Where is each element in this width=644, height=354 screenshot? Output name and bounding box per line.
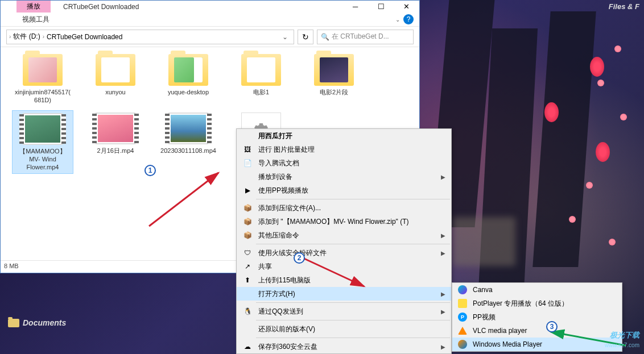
submenu-arrow-icon: ▶ (441, 344, 445, 350)
address-dropdown-icon[interactable]: ⌄ (279, 33, 291, 41)
documents-shortcut[interactable]: Documents (8, 318, 66, 327)
folder-icon (96, 54, 135, 86)
context-menu-item[interactable]: 📄导入腾讯文档 (237, 156, 451, 170)
context-menu-item[interactable]: ▶使用PP视频播放 (237, 184, 451, 197)
context-menu: 用西瓜打开🖼进行 图片批量处理📄导入腾讯文档播放到设备▶▶使用PP视频播放📦添加… (236, 128, 452, 354)
context-menu-item[interactable]: 📦其他压缩命令▶ (237, 228, 451, 242)
open-with-submenu: CanvaPotPlayer 专用播放（64 位版）PPP视频VLC media… (452, 282, 622, 352)
search-input[interactable]: 🔍 在 CRTubeGet D... (317, 30, 414, 44)
context-menu-label: 添加到 "【MAMAMOO】MV- Wind Flower.zip" (T) (258, 217, 445, 227)
context-menu-item[interactable]: 📦添加到 "【MAMAMOO】MV- Wind Flower.zip" (T) (237, 215, 451, 228)
file-item[interactable]: 202303011108.mp4 (158, 110, 219, 174)
blank-icon (242, 324, 253, 334)
ribbon-expand-icon[interactable]: ⌄ (395, 16, 400, 23)
context-menu-item[interactable]: 播放到设备▶ (237, 170, 451, 184)
file-item[interactable]: 2月16日.mp4 (85, 110, 146, 174)
ribbon-tab-video[interactable]: 视频工具 (16, 13, 55, 26)
115-icon: ⬆ (242, 275, 253, 285)
context-menu-item[interactable]: 🖼进行 图片批量处理 (237, 143, 451, 156)
submenu-item[interactable]: Windows Media Player (452, 338, 622, 351)
file-label: xunyou (105, 88, 125, 96)
context-menu-label: 上传到115电脑版 (258, 276, 445, 285)
pp-icon: ▶ (242, 185, 253, 195)
play-tab[interactable]: 播放 (16, 1, 51, 13)
file-label: 【MAMAMOO】MV- Wind Flower.mp4 (15, 147, 71, 172)
file-item[interactable]: xinjinjumin8745517(681D) (12, 52, 73, 107)
submenu-label: VLC media player (473, 327, 527, 335)
menu-separator (256, 199, 450, 199)
file-item[interactable]: 【MAMAMOO】MV- Wind Flower.mp4 (12, 110, 73, 174)
context-menu-label: 使用PP视频播放 (258, 186, 445, 195)
watermark-text: 极光下载 (610, 330, 639, 340)
submenu-item[interactable]: Canva (452, 283, 622, 297)
pp-app-icon: P (458, 313, 467, 322)
breadcrumb-folder[interactable]: CRTubeGet Downloaded (44, 33, 125, 41)
zip-icon: 📦 (242, 216, 253, 227)
maximize-button[interactable]: ☐ (368, 1, 394, 13)
context-menu-label: 播放到设备 (258, 172, 435, 182)
submenu-arrow-icon: ▶ (441, 291, 445, 297)
close-button[interactable]: ✕ (394, 1, 419, 13)
context-menu-item[interactable]: 打开方式(H)▶ (237, 287, 451, 301)
submenu-arrow-icon: ▶ (441, 174, 445, 180)
context-menu-label: 打开方式(H) (258, 289, 435, 299)
minimize-button[interactable]: ─ (342, 1, 368, 13)
menu-separator (256, 320, 450, 320)
file-label: 202303011108.mp4 (160, 147, 216, 155)
watermark-url: www.xz7.com (605, 342, 639, 348)
video-thumbnail (168, 113, 208, 144)
folder-icon (168, 54, 208, 86)
submenu-item[interactable]: VLC media player (452, 324, 622, 338)
context-menu-item[interactable]: 还原以前的版本(V) (237, 322, 451, 336)
file-item[interactable]: 电影1 (230, 52, 292, 107)
ribbon: 视频工具 ⌄ ? (1, 13, 419, 27)
context-menu-item[interactable]: 📦添加到压缩文件(A)... (237, 201, 451, 215)
desktop-header-text: Files & F (604, 0, 644, 16)
submenu-label: PotPlayer 专用播放（64 位版） (473, 299, 568, 309)
file-label: 电影2片段 (320, 88, 348, 96)
documents-label: Documents (23, 318, 66, 327)
submenu-label: Canva (473, 286, 493, 294)
context-menu-label: 使用火绒安全粉碎文件 (258, 248, 435, 258)
help-icon[interactable]: ? (403, 14, 414, 24)
blank-icon (242, 289, 253, 299)
breadcrumb-drive[interactable]: 软件 (D:) (11, 32, 42, 41)
360-icon: ☁ (242, 341, 253, 352)
blurred-region (453, 217, 515, 266)
context-menu-item[interactable]: ☁保存到360安全云盘▶ (237, 340, 451, 353)
submenu-label: PP视频 (473, 313, 496, 322)
context-menu-item[interactable]: 🛡使用火绒安全粉碎文件▶ (237, 246, 451, 260)
blank-icon (242, 172, 253, 182)
file-label: yuque-desktop (168, 88, 209, 96)
refresh-button[interactable]: ↻ (298, 30, 313, 44)
menu-separator (256, 244, 450, 244)
breadcrumb-bar[interactable]: › 软件 (D:) › CRTubeGet Downloaded ⌄ (6, 30, 294, 44)
context-menu-item[interactable]: 🐧通过QQ发送到▶ (237, 305, 451, 318)
search-placeholder: 在 CRTubeGet D... (332, 32, 389, 41)
window-title: CRTubeGet Downloaded (63, 3, 139, 11)
context-menu-label: 进行 图片批量处理 (258, 145, 445, 155)
submenu-item[interactable]: PotPlayer 专用播放（64 位版） (452, 297, 622, 310)
vlc-app-icon (458, 327, 467, 335)
folder-icon (314, 54, 354, 86)
file-item[interactable]: 电影2片段 (303, 52, 365, 107)
submenu-item[interactable]: PPP视频 (452, 310, 622, 324)
shred-icon: 🛡 (242, 248, 253, 258)
file-item[interactable]: xunyou (85, 52, 146, 107)
menu-separator (256, 338, 450, 338)
img-icon: 🖼 (242, 144, 253, 155)
context-menu-item[interactable]: ↗共享 (237, 260, 451, 273)
folder-icon (241, 54, 281, 86)
zip-icon: 📦 (242, 230, 253, 240)
blank-icon (242, 131, 253, 141)
file-label: 2月16日.mp4 (97, 147, 134, 155)
context-menu-item[interactable]: ⬆上传到115电脑版 (237, 273, 451, 287)
context-menu-label: 用西瓜打开 (258, 131, 445, 141)
file-item[interactable]: yuque-desktop (158, 52, 219, 107)
submenu-arrow-icon: ▶ (441, 232, 445, 239)
context-menu-item[interactable]: 用西瓜打开 (237, 129, 451, 143)
context-menu-label: 共享 (258, 262, 445, 272)
folder-icon (8, 319, 19, 327)
file-label: 电影1 (253, 88, 269, 96)
qq-icon: 🐧 (242, 306, 253, 316)
